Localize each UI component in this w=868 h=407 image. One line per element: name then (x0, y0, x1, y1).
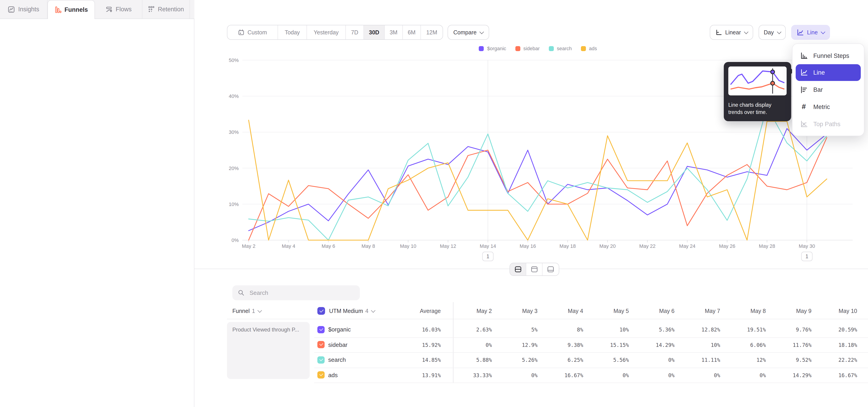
funnel-steps-icon (799, 52, 808, 60)
cell-value: 22.22% (838, 357, 857, 363)
flows-icon (105, 6, 113, 13)
series-checkbox[interactable] (317, 371, 324, 378)
legend-item[interactable]: ads (581, 46, 597, 51)
series-checkbox[interactable] (317, 326, 324, 333)
cell-value: 15.15% (610, 342, 629, 348)
cell-value: 5% (531, 326, 537, 333)
table-row-$organic[interactable]: $organic16.03%2.63%5%8%10%5.36%12.82%19.… (314, 322, 868, 338)
average-column-header: Average (420, 308, 441, 314)
series-line-ads[interactable] (249, 120, 827, 240)
date-range-yesterday[interactable]: Yesterday (307, 25, 346, 39)
view-toggle-group (509, 263, 559, 276)
view-toggle-chart[interactable] (526, 263, 542, 275)
average-value: 16.03% (422, 326, 441, 333)
report-tabs: Insights Funnels Flows Retention (0, 0, 194, 19)
x-axis-label: May 20 (599, 243, 616, 249)
date-column-header: May 4 (568, 308, 583, 314)
chevron-down-icon (257, 308, 262, 313)
cell-value: 6.06% (750, 342, 766, 348)
chevron-down-icon (744, 30, 748, 34)
tab-retention-label: Retention (158, 6, 184, 13)
date-column-header: May 6 (659, 308, 675, 314)
date-range-12m[interactable]: 12M (421, 25, 442, 39)
tab-retention[interactable]: Retention (143, 0, 190, 19)
x-axis-label: May 28 (759, 243, 775, 249)
series-line-$organic[interactable] (249, 128, 827, 231)
top-paths-icon (799, 120, 808, 128)
retention-icon (148, 6, 155, 13)
cell-value: 2.63% (476, 326, 492, 333)
legend-item[interactable]: sidebar (515, 46, 539, 51)
cell-value: 0% (668, 357, 675, 363)
cell-value: 0% (714, 372, 720, 378)
x-axis-label: May 14 (480, 243, 496, 249)
menu-item-line[interactable]: Line (796, 64, 861, 81)
funnel-column-header[interactable]: Funnel 1 (232, 308, 261, 314)
breakdown-column-header[interactable]: UTM Medium 4 (329, 308, 375, 314)
date-range-30d[interactable]: 30D (364, 25, 385, 39)
date-range-3m[interactable]: 3M (385, 25, 403, 39)
x-axis-label: May 16 (520, 243, 536, 249)
chevron-down-icon (480, 30, 484, 34)
date-range-today[interactable]: Today (278, 25, 307, 39)
legend-swatch (479, 46, 484, 51)
y-axis-label: 50% (229, 57, 239, 63)
legend-item[interactable]: $organic (479, 46, 506, 51)
cell-value: 16.67% (564, 372, 583, 378)
menu-item-metric[interactable]: # Metric (793, 98, 864, 115)
menu-item-funnel-steps[interactable]: Funnel Steps (793, 47, 864, 64)
tab-flows[interactable]: Flows (95, 0, 143, 19)
series-label: $organic (328, 326, 351, 333)
svg-text:1: 1 (487, 253, 489, 259)
chart-type-dropdown[interactable]: Line (791, 25, 830, 40)
date-range-7d[interactable]: 7D (346, 25, 364, 39)
funnels-icon (55, 6, 61, 13)
tooltip-text: Line charts display trends over time. (728, 101, 786, 116)
bar-icon (799, 86, 808, 93)
linear-scale-icon (715, 29, 722, 36)
date-column-header: May 9 (796, 308, 811, 314)
interval-dropdown[interactable]: Day (758, 25, 786, 40)
y-axis-label: 10% (229, 201, 239, 207)
x-axis-label: May 22 (639, 243, 655, 249)
cell-value: 0% (486, 342, 492, 348)
tab-funnels[interactable]: Funnels (48, 0, 95, 19)
svg-text:1: 1 (805, 253, 808, 259)
date-column-header: May 8 (750, 308, 766, 314)
compare-button[interactable]: Compare (447, 25, 489, 40)
view-toggle-split[interactable] (510, 263, 526, 275)
series-line-sidebar[interactable] (249, 137, 827, 240)
cell-value: 10% (619, 326, 629, 333)
menu-item-bar[interactable]: Bar (793, 81, 864, 98)
chart-type-menu: Funnel Steps Line Bar # Metric Top Paths (792, 43, 864, 136)
view-toggle-table[interactable] (542, 263, 559, 275)
tab-insights[interactable]: Insights (0, 0, 48, 19)
breakdown-select-all-checkbox[interactable] (317, 307, 325, 315)
date-column-header: May 3 (522, 308, 537, 314)
funnel-name-cell[interactable]: Product Viewed through P... (227, 322, 310, 379)
cell-value: 0% (622, 372, 629, 378)
legend-item[interactable]: search (549, 46, 572, 51)
table-row-ads[interactable]: ads13.91%33.33%0%16.67%0%0%0%0%14.29%16.… (314, 368, 868, 383)
series-label: sidebar (328, 341, 347, 348)
chevron-down-icon (777, 30, 781, 34)
menu-item-top-paths[interactable]: Top Paths (793, 115, 864, 132)
search-input[interactable] (249, 289, 350, 296)
date-column-header: May 2 (476, 308, 492, 314)
insights-icon (8, 6, 15, 13)
line-icon (799, 69, 808, 76)
cell-value: 0% (668, 372, 675, 378)
cell-value: 8% (577, 326, 583, 333)
tab-funnels-label: Funnels (64, 6, 88, 13)
series-checkbox[interactable] (317, 356, 324, 363)
cell-value: 0% (531, 372, 537, 378)
scale-dropdown[interactable]: Linear (710, 25, 753, 40)
series-checkbox[interactable] (317, 341, 324, 348)
average-value: 13.91% (422, 372, 441, 378)
date-range-custom[interactable]: Custom (227, 25, 278, 39)
table-row-search[interactable]: search14.85%5.88%5.26%6.25%5.56%0%11.11%… (314, 352, 868, 368)
date-range-6m[interactable]: 6M (403, 25, 421, 39)
table-row-sidebar[interactable]: sidebar15.92%0%12.9%9.38%15.15%14.29%10%… (314, 337, 868, 353)
table-search[interactable] (232, 285, 360, 300)
cell-value: 5.26% (522, 357, 537, 363)
